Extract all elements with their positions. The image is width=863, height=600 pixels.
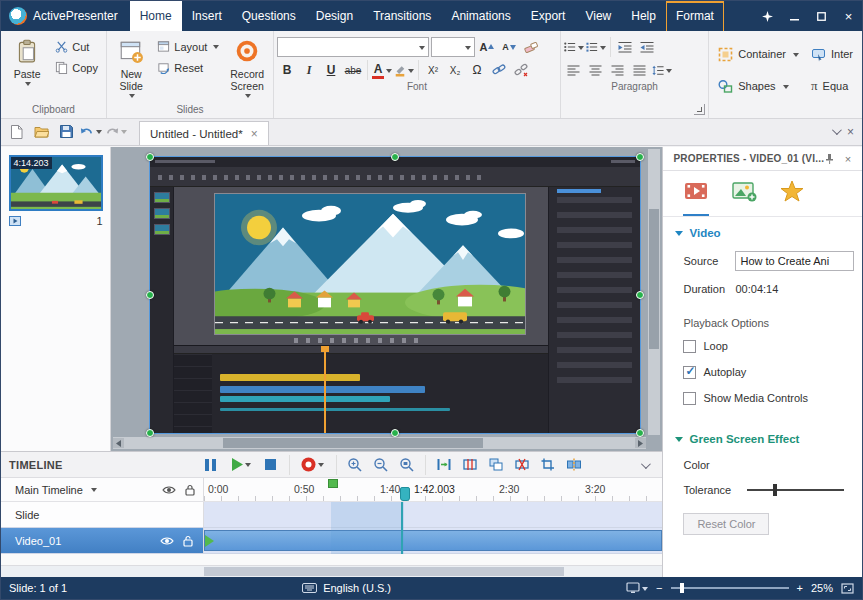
resize-handle-top-left[interactable] bbox=[146, 153, 154, 161]
canvas[interactable] bbox=[111, 147, 662, 451]
tab-effects[interactable] bbox=[779, 179, 805, 216]
playhead-marker[interactable] bbox=[400, 487, 410, 501]
fit-to-window-icon[interactable] bbox=[841, 583, 854, 594]
panel-collapse-icon[interactable] bbox=[832, 125, 842, 135]
insert-time-icon[interactable] bbox=[434, 455, 454, 475]
decrease-font-size-button[interactable]: A bbox=[499, 37, 519, 57]
tab-questions[interactable]: Questions bbox=[232, 1, 306, 31]
record-narration-button[interactable] bbox=[298, 455, 328, 475]
scroll-right-arrow-icon[interactable] bbox=[635, 438, 646, 448]
font-family-select[interactable] bbox=[277, 37, 429, 57]
playhead-line[interactable] bbox=[401, 502, 403, 554]
document-tab-close-icon[interactable]: × bbox=[251, 127, 258, 141]
equation-button[interactable]: π Equa bbox=[805, 74, 859, 98]
close-button[interactable]: × bbox=[835, 1, 862, 31]
tab-format[interactable]: Format bbox=[666, 1, 724, 31]
panel-close-icon[interactable]: × bbox=[847, 125, 854, 139]
clear-formatting-button[interactable] bbox=[521, 37, 541, 57]
zoom-out-button[interactable]: − bbox=[656, 582, 662, 594]
play-button[interactable] bbox=[227, 455, 255, 475]
align-center-button[interactable] bbox=[586, 60, 606, 80]
subscript-button[interactable]: X₂ bbox=[445, 60, 465, 80]
decrease-indent-button[interactable] bbox=[615, 37, 635, 57]
loop-checkbox[interactable] bbox=[683, 340, 696, 353]
stop-button[interactable] bbox=[261, 455, 281, 475]
align-right-button[interactable] bbox=[608, 60, 628, 80]
timeline-ruler[interactable]: 0:00 0:50 1:40 2:30 3:20 1:42.003 bbox=[204, 478, 662, 501]
slide-thumbnail[interactable]: 4:14.203 bbox=[9, 155, 103, 211]
align-left-button[interactable] bbox=[564, 60, 584, 80]
source-input[interactable] bbox=[735, 251, 854, 271]
pause-button[interactable] bbox=[201, 455, 221, 475]
resize-handle-bottom-center[interactable] bbox=[391, 429, 399, 437]
show-media-controls-checkbox[interactable] bbox=[683, 392, 696, 405]
new-document-button[interactable] bbox=[5, 121, 27, 143]
split-icon[interactable] bbox=[564, 455, 584, 475]
tab-insert[interactable]: Insert bbox=[182, 1, 232, 31]
zoom-slider[interactable] bbox=[671, 587, 789, 589]
canvas-horizontal-scrollbar[interactable] bbox=[113, 437, 646, 449]
preview-monitor-icon[interactable] bbox=[626, 582, 648, 594]
video-track-lock-icon[interactable] bbox=[183, 535, 193, 547]
video-object[interactable] bbox=[150, 157, 640, 433]
tab-help[interactable]: Help bbox=[621, 1, 666, 31]
tab-design[interactable]: Design bbox=[306, 1, 363, 31]
delete-range-icon[interactable] bbox=[512, 455, 532, 475]
justify-button[interactable] bbox=[630, 60, 650, 80]
container-button[interactable]: Container bbox=[712, 42, 805, 66]
show-media-controls-checkbox-row[interactable]: Show Media Controls bbox=[663, 385, 862, 411]
tab-transitions[interactable]: Transitions bbox=[363, 1, 441, 31]
tab-media[interactable] bbox=[683, 179, 709, 216]
tab-view[interactable]: View bbox=[575, 1, 621, 31]
new-slide-button[interactable]: New Slide bbox=[110, 34, 152, 99]
remove-link-button[interactable] bbox=[511, 60, 531, 80]
zoom-out-timeline-icon[interactable] bbox=[371, 455, 391, 475]
language-status[interactable]: English (U.S.) bbox=[323, 582, 391, 594]
video-track-eye-icon[interactable] bbox=[160, 536, 174, 546]
video-section-header[interactable]: Video bbox=[675, 227, 862, 239]
resize-handle-top-right[interactable] bbox=[636, 153, 644, 161]
cut-button[interactable]: Cut bbox=[50, 36, 103, 57]
zoom-slider-thumb[interactable] bbox=[680, 583, 684, 593]
lock-column-icon[interactable] bbox=[185, 484, 195, 496]
layout-button[interactable]: Layout bbox=[152, 36, 224, 57]
document-tab[interactable]: Untitled - Untitled* × bbox=[139, 121, 269, 145]
strikethrough-button[interactable]: abe bbox=[343, 60, 363, 80]
increase-indent-button[interactable] bbox=[637, 37, 657, 57]
slide-track[interactable] bbox=[204, 502, 662, 527]
zoom-fit-timeline-icon[interactable] bbox=[397, 455, 417, 475]
font-size-select[interactable] bbox=[431, 37, 475, 57]
tab-export[interactable]: Export bbox=[521, 1, 576, 31]
resize-handle-bottom-right[interactable] bbox=[636, 429, 644, 437]
video-track[interactable] bbox=[204, 528, 662, 553]
copy-button[interactable]: Copy bbox=[50, 57, 103, 78]
increase-font-size-button[interactable]: A bbox=[477, 37, 497, 57]
resize-handle-top-center[interactable] bbox=[391, 153, 399, 161]
range-start-marker[interactable] bbox=[328, 479, 338, 488]
shapes-button[interactable]: Shapes bbox=[712, 74, 805, 98]
visibility-column-eye-icon[interactable] bbox=[162, 485, 176, 495]
reset-button[interactable]: Reset bbox=[152, 57, 224, 78]
timeline-track-selector[interactable]: Main Timeline bbox=[1, 478, 204, 501]
zoom-in-button[interactable]: + bbox=[797, 582, 803, 594]
scroll-left-arrow-icon[interactable] bbox=[113, 438, 124, 448]
insert-link-button[interactable] bbox=[489, 60, 509, 80]
resize-handle-middle-left[interactable] bbox=[146, 291, 154, 299]
record-screen-button[interactable]: Record Screen bbox=[224, 34, 270, 99]
interactions-button[interactable]: Inter bbox=[805, 42, 859, 66]
properties-pin-icon[interactable] bbox=[824, 153, 840, 164]
undo-button[interactable] bbox=[80, 121, 102, 143]
underline-button[interactable]: U bbox=[321, 60, 341, 80]
bold-button[interactable]: B bbox=[277, 60, 297, 80]
tab-image[interactable] bbox=[731, 179, 757, 216]
paste-button[interactable]: Paste bbox=[4, 34, 50, 87]
tab-home[interactable]: Home bbox=[130, 1, 182, 31]
resize-handle-bottom-left[interactable] bbox=[146, 429, 154, 437]
cut-range-icon[interactable] bbox=[460, 455, 480, 475]
tolerance-slider[interactable] bbox=[747, 489, 844, 491]
autoplay-checkbox[interactable] bbox=[683, 366, 696, 379]
numbered-list-button[interactable] bbox=[586, 37, 606, 57]
properties-close-icon[interactable]: × bbox=[840, 153, 856, 165]
save-button[interactable] bbox=[55, 121, 77, 143]
timeline-horizontal-scrollbar[interactable] bbox=[1, 565, 662, 577]
